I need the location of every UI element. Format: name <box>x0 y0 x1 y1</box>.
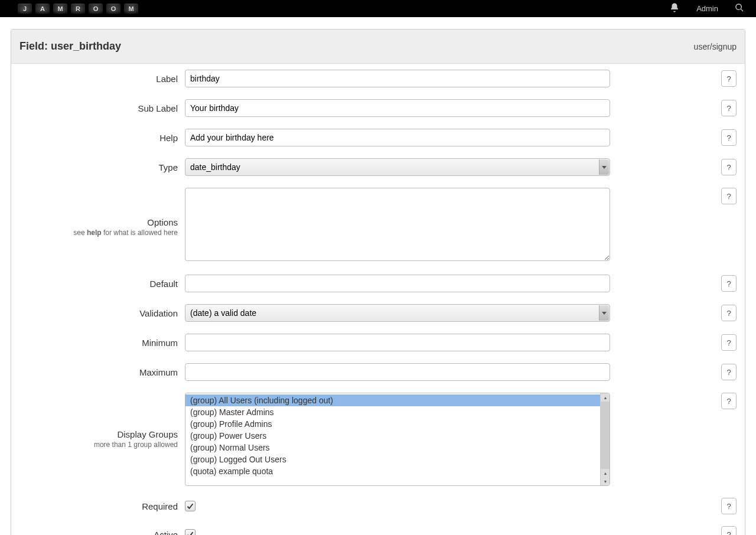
maximum-label: Maximum <box>17 367 185 377</box>
label-input[interactable] <box>185 70 610 87</box>
display-groups-sublabel: more than 1 group allowed <box>17 441 178 449</box>
help-input[interactable] <box>185 129 610 146</box>
label-label: Label <box>17 74 185 84</box>
scrollbar[interactable]: ▴ ▴ ▾ <box>600 393 610 485</box>
help-button[interactable]: ? <box>721 70 737 87</box>
maximum-input[interactable] <box>185 363 610 381</box>
help-label: Help <box>17 133 185 143</box>
display-groups-multiselect[interactable]: (group) All Users (including logged out)… <box>185 393 610 486</box>
minimum-input[interactable] <box>185 334 610 351</box>
field-editor-panel: Field: user_birthday user/signup Label ?… <box>11 29 745 535</box>
type-label: Type <box>17 162 185 172</box>
required-label: Required <box>17 501 185 511</box>
help-button[interactable]: ? <box>721 393 737 409</box>
display-groups-option[interactable]: (group) All Users (including logged out) <box>185 394 600 406</box>
display-groups-option[interactable]: (group) Logged Out Users <box>185 454 600 465</box>
display-groups-option[interactable]: (quota) example quota <box>185 465 600 477</box>
panel-header: Field: user_birthday user/signup <box>11 30 745 64</box>
bell-icon[interactable] <box>669 2 680 15</box>
default-input[interactable] <box>185 275 610 292</box>
type-select[interactable]: date_birthday <box>185 158 610 176</box>
display-groups-label: Display Groups <box>117 429 178 439</box>
display-groups-option[interactable]: (group) Profile Admins <box>185 418 600 430</box>
logo-letter: R <box>71 4 85 14</box>
scroll-up-icon[interactable]: ▴ <box>601 393 610 402</box>
help-button[interactable]: ? <box>721 364 737 380</box>
default-label: Default <box>17 279 185 289</box>
display-groups-option[interactable]: (group) Normal Users <box>185 442 600 454</box>
help-button[interactable]: ? <box>721 498 737 514</box>
options-label: Options <box>147 217 178 227</box>
help-button[interactable]: ? <box>721 275 737 292</box>
logo-letter: M <box>124 4 138 14</box>
logo-letter: M <box>53 4 67 14</box>
options-sublabel: see help for what is allowed here <box>17 229 178 237</box>
minimum-label: Minimum <box>17 338 185 348</box>
help-button[interactable]: ? <box>721 188 737 204</box>
validation-label: Validation <box>17 308 185 318</box>
display-groups-option[interactable]: (group) Master Admins <box>185 406 600 418</box>
help-button[interactable]: ? <box>721 334 737 351</box>
sublabel-label: Sub Label <box>17 103 185 113</box>
active-label: Active <box>17 530 185 536</box>
logo-letter: J <box>18 4 32 14</box>
page-title: Field: user_birthday <box>19 40 121 53</box>
scroll-up-icon[interactable]: ▴ <box>601 469 610 477</box>
help-button[interactable]: ? <box>721 100 737 116</box>
active-checkbox[interactable] <box>185 529 195 535</box>
breadcrumb: user/signup <box>694 42 737 51</box>
search-icon[interactable] <box>735 3 744 14</box>
logo: J A M R O O M <box>18 4 138 14</box>
help-button[interactable]: ? <box>721 159 737 175</box>
scroll-down-icon[interactable]: ▾ <box>601 477 610 485</box>
help-button[interactable]: ? <box>721 305 737 321</box>
options-textarea[interactable] <box>185 188 610 261</box>
help-button[interactable]: ? <box>721 526 737 535</box>
logo-letter: O <box>106 4 120 14</box>
help-button[interactable]: ? <box>721 129 737 146</box>
topnav: Admin <box>669 2 744 15</box>
validation-select[interactable]: (date) a valid date <box>185 304 610 322</box>
topnav-admin[interactable]: Admin <box>696 4 718 13</box>
topbar: J A M R O O M Admin <box>0 0 756 17</box>
sublabel-input[interactable] <box>185 99 610 117</box>
logo-letter: O <box>89 4 103 14</box>
required-checkbox[interactable] <box>185 501 195 511</box>
display-groups-option[interactable]: (group) Power Users <box>185 430 600 442</box>
logo-letter: A <box>35 4 50 14</box>
